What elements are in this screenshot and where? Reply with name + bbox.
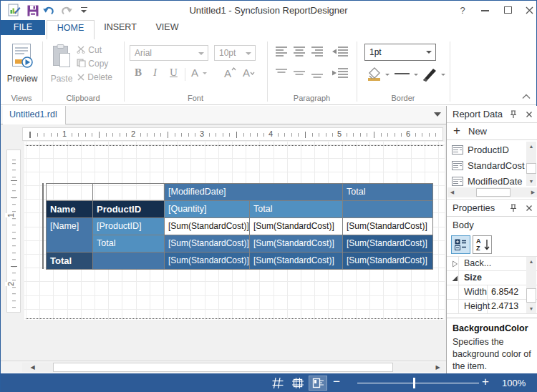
tablix-cell[interactable]: [Sum(StandardCost)]	[164, 217, 250, 235]
tablix-cell[interactable]: [ProductID]	[92, 217, 165, 235]
close-button[interactable]	[521, 4, 537, 17]
tab-view[interactable]: VIEW	[147, 20, 188, 35]
grow-font-button[interactable]: A	[224, 67, 236, 79]
bold-button[interactable]: B	[135, 67, 142, 79]
field-item[interactable]: ProductID	[447, 143, 526, 158]
maximize-button[interactable]	[500, 4, 516, 17]
tablix-cell[interactable]: [Sum(StandardCost)]	[249, 217, 343, 235]
property-category[interactable]: Size	[464, 273, 482, 283]
scroll-right-button[interactable]: ▶	[432, 363, 444, 372]
border-style-icon[interactable]	[395, 73, 410, 74]
preview-button[interactable]: Preview	[6, 42, 38, 85]
ruler-toggle-button[interactable]	[309, 376, 326, 390]
categorized-view-button[interactable]	[451, 235, 470, 254]
tablix-cell[interactable]: [Name]	[46, 217, 93, 253]
new-button[interactable]: + New	[447, 123, 537, 140]
scrollbar-thumb[interactable]	[476, 188, 511, 197]
ribbon: Preview Views Paste Cut Copy Delete Clip…	[1, 39, 536, 105]
scroll-up-button[interactable]: ▲	[526, 257, 536, 266]
align-top-icon[interactable]	[276, 68, 326, 78]
tablix-cell[interactable]: [Sum(StandardCost)]	[342, 235, 433, 253]
tablix-cell[interactable]: Total	[92, 235, 165, 253]
collapse-ribbon-icon[interactable]	[522, 94, 531, 99]
decrease-indent-icon[interactable]	[332, 46, 348, 57]
scroll-down-button[interactable]: ▼	[526, 304, 536, 313]
scroll-right-button[interactable]: ▶	[528, 187, 537, 197]
tablix-cell[interactable]: Total	[342, 183, 433, 201]
border-color-icon[interactable]	[422, 67, 439, 82]
delete-button[interactable]: Delete	[77, 72, 112, 82]
expander-expanded-icon[interactable]	[451, 275, 458, 282]
font-color-button[interactable]: A	[191, 67, 207, 79]
help-button[interactable]: ?	[455, 4, 470, 17]
expander-collapsed-icon[interactable]	[452, 260, 458, 268]
document-tab[interactable]: Untitled1.rdl	[3, 106, 66, 124]
alphabetical-view-button[interactable]: AZ	[473, 235, 492, 254]
pin-icon[interactable]	[508, 203, 518, 213]
tablix-cell[interactable]: [Sum(StandardCost)]	[342, 252, 433, 270]
font-size-combobox[interactable]: 10pt	[214, 45, 256, 61]
increase-indent-icon[interactable]	[332, 68, 348, 78]
caret-icon[interactable]	[441, 74, 445, 76]
scroll-down-button[interactable]: ▼	[526, 177, 536, 186]
close-icon[interactable]	[524, 203, 534, 213]
paragraph-group-label: Paragraph	[267, 94, 357, 102]
scroll-left-button[interactable]: ◀	[26, 363, 39, 372]
cut-icon	[77, 46, 86, 54]
scrollbar-thumb[interactable]	[526, 288, 536, 303]
tab-list-dropdown-icon[interactable]	[434, 112, 441, 117]
underline-button[interactable]: U	[170, 67, 178, 79]
scrollbar-thumb[interactable]	[526, 163, 536, 174]
font-family-combobox[interactable]: Arial	[130, 45, 208, 61]
divider	[185, 68, 185, 81]
tab-home[interactable]: HOME	[47, 20, 95, 39]
property-value[interactable]: 2.4713	[491, 301, 518, 311]
tablix-cell[interactable]: [Sum(StandardCost)]	[164, 235, 250, 253]
zoom-slider-track[interactable]	[357, 383, 479, 383]
tablix-cell[interactable]: Total	[249, 200, 343, 218]
caret-icon[interactable]	[385, 74, 390, 76]
scroll-left-button[interactable]: ◀	[448, 187, 457, 197]
margins-toggle-button[interactable]	[289, 376, 306, 390]
scrollbar-thumb[interactable]	[53, 363, 393, 372]
tab-file[interactable]: FILE	[1, 20, 45, 35]
paste-button[interactable]: Paste	[48, 42, 75, 85]
field-item[interactable]: StandardCost	[447, 159, 526, 174]
zoom-slider-thumb[interactable]	[413, 378, 415, 388]
tablix-cell[interactable]: [ModifiedDate]	[164, 183, 343, 201]
align-left-icon[interactable]	[276, 46, 326, 57]
tablix-cell[interactable]: [Sum(StandardCost)]	[164, 252, 250, 270]
tablix-cell[interactable]: ProductID	[92, 200, 165, 218]
copy-button[interactable]: Copy	[77, 59, 108, 69]
tab-insert[interactable]: INSERT	[99, 20, 142, 35]
tablix-cell[interactable]	[92, 183, 165, 201]
close-icon[interactable]	[524, 109, 534, 119]
zoom-in-button[interactable]: +	[482, 375, 489, 389]
zoom-out-button[interactable]: −	[333, 375, 340, 389]
property-value[interactable]: 6.8542	[491, 287, 518, 297]
report-body-canvas[interactable]: [ModifiedDate] Total Name ProductID [Qua…	[24, 142, 445, 320]
italic-button[interactable]: I	[153, 67, 157, 79]
scroll-up-button[interactable]: ▲	[526, 142, 536, 151]
tablix-cell[interactable]: [Quantity]	[164, 200, 250, 218]
cut-button[interactable]: Cut	[77, 45, 102, 55]
border-width-combobox[interactable]: 1pt	[364, 44, 436, 61]
tablix-cell[interactable]	[342, 200, 433, 218]
grid-toggle-button[interactable]	[269, 376, 286, 390]
tablix-cell[interactable]: [Sum(StandardCost)]	[342, 217, 433, 235]
tablix-cell[interactable]: [Sum(StandardCost)]	[249, 252, 343, 270]
caret-icon[interactable]	[414, 74, 418, 76]
pin-icon[interactable]	[508, 109, 518, 119]
report-data-title: Report Data	[453, 109, 503, 119]
property-label[interactable]: Height	[464, 301, 490, 311]
tablix-cell[interactable]: Total	[46, 252, 93, 270]
property-category[interactable]: Back...	[464, 258, 491, 268]
tablix-cell[interactable]	[46, 183, 93, 201]
property-label[interactable]: Width	[464, 287, 487, 297]
tablix-cell[interactable]: Name	[46, 200, 93, 218]
tablix-cell[interactable]	[92, 252, 165, 270]
tablix-cell[interactable]: [Sum(StandardCost)]	[249, 235, 343, 253]
minimize-button[interactable]	[478, 4, 493, 17]
shrink-font-button[interactable]: A	[243, 67, 255, 79]
fill-color-icon[interactable]	[366, 67, 383, 82]
